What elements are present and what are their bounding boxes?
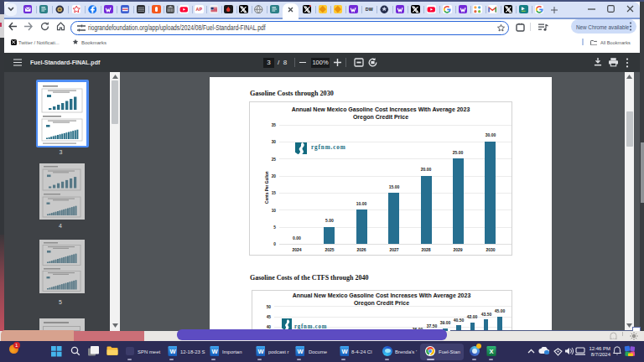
svg-text:X: X	[489, 348, 493, 355]
svg-text:W: W	[341, 348, 348, 355]
svg-text:W: W	[297, 348, 304, 355]
svg-text:W: W	[169, 348, 176, 355]
svg-text:W: W	[211, 348, 218, 355]
svg-text:W: W	[257, 348, 264, 355]
